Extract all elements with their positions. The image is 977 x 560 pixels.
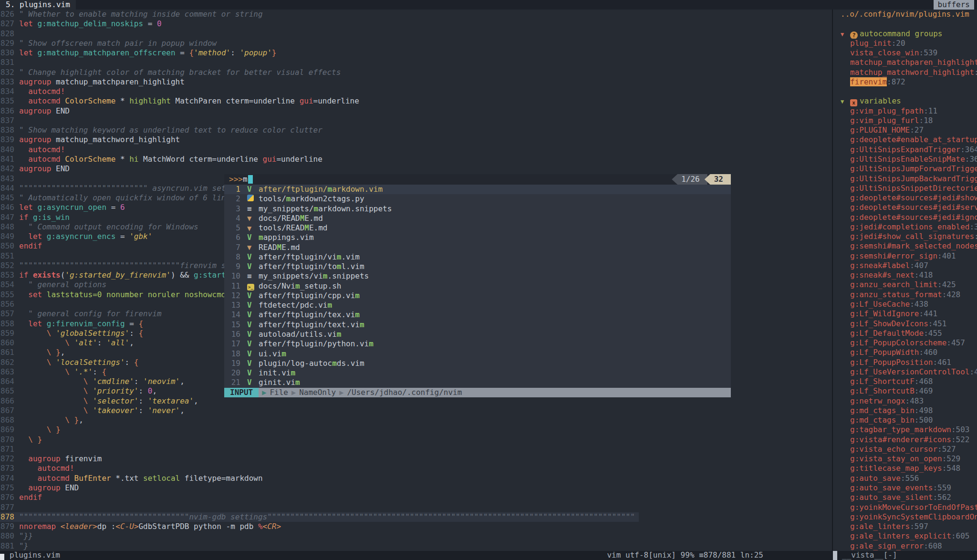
- code-line[interactable]: 829" Show offscreen match pair in popup …: [0, 39, 832, 48]
- file-list-item[interactable]: 8Vafter/ftplugin/vim.vim: [224, 252, 731, 262]
- file-list-item[interactable]: 1Vafter/ftplugin/markdown.vim: [224, 185, 731, 194]
- vista-tag-item[interactable]: g:Lf_ShortcutF:468: [841, 377, 977, 386]
- code-line[interactable]: 830let g:matchup_matchparen_offscreen = …: [0, 48, 832, 58]
- code-line[interactable]: 873 autocmd!: [0, 464, 832, 473]
- leaderf-prompt-bar[interactable]: >>> m 1/26 32: [224, 174, 731, 185]
- code-line[interactable]: 869 \ }: [0, 425, 832, 435]
- code-line[interactable]: 870 \ }: [0, 435, 832, 445]
- vista-tag-item[interactable]: g:ale_linters:597: [841, 522, 977, 531]
- vista-tag-item[interactable]: g:anzu_status_format:428: [841, 290, 977, 300]
- code-line[interactable]: 871: [0, 445, 832, 454]
- vista-tag-item[interactable]: g:Lf_WildIgnore:441: [841, 309, 977, 319]
- vista-tag-item[interactable]: g:Lf_PopupPosition:461: [841, 358, 977, 367]
- vista-tag-item[interactable]: g:deoplete#sources#jedi#serv: [841, 203, 977, 212]
- file-list-item[interactable]: 19Vplugin/log-autocmds.vim: [224, 359, 731, 368]
- file-list-item[interactable]: 7▼README.md: [224, 243, 731, 252]
- file-list-item[interactable]: 16Vautoload/utils.vim: [224, 330, 731, 339]
- file-list-item[interactable]: 21Vginit.vim: [224, 378, 731, 387]
- code-line[interactable]: 875 augroup END: [0, 483, 832, 493]
- vista-tag-item[interactable]: g:sneak#s_next:418: [841, 270, 977, 280]
- vista-tag-item[interactable]: firenvim:872: [841, 77, 977, 87]
- vista-tag-item[interactable]: g:Lf_PopupWidth:460: [841, 348, 977, 357]
- vista-tag-item[interactable]: g:Lf_UseCache:438: [841, 300, 977, 309]
- vista-tag-item[interactable]: g:ale_linters_explicit:605: [841, 531, 977, 541]
- vista-tag-item[interactable]: g:ale_sign_error:608: [841, 541, 977, 551]
- code-line[interactable]: 840 autocmd!: [0, 145, 832, 155]
- vista-tag-item[interactable]: g:auto_save_events:559: [841, 483, 977, 493]
- vista-tag-item[interactable]: g:deoplete#enable_at_startup: [841, 135, 977, 145]
- file-list-item[interactable]: 15Vafter/ftplugin/text.vim: [224, 320, 731, 330]
- file-list-item[interactable]: 6Vmappings.vim: [224, 233, 731, 242]
- vista-tag-item[interactable]: vista_close_win:539: [841, 48, 977, 58]
- code-line[interactable]: 868 \ },: [0, 415, 832, 425]
- vista-tag-item[interactable]: g:deoplete#sources#jedi#igno: [841, 213, 977, 222]
- vista-tag-item[interactable]: g:jedi#show_call_signatures:: [841, 232, 977, 241]
- vista-tag-item[interactable]: matchup_matchparen_highlight: [841, 58, 977, 67]
- vista-tag-item[interactable]: g:deoplete#sources#jedi#show: [841, 193, 977, 203]
- file-list-item[interactable]: 11>_docs/Nvim_setup.sh: [224, 281, 731, 291]
- vista-tag-item[interactable]: g:Lf_ShortcutB:469: [841, 386, 977, 396]
- code-line[interactable]: 832" Change highlight color of matching …: [0, 68, 832, 77]
- file-list-item[interactable]: 14Vafter/ftplugin/tex.vim: [224, 310, 731, 320]
- file-list-item[interactable]: 10≡my_snippets/vim.snippets: [224, 271, 731, 281]
- code-line[interactable]: 833augroup matchup_matchparen_highlight: [0, 77, 832, 87]
- vista-tag-item[interactable]: g:anzu_search_limit:425: [841, 280, 977, 290]
- vista-tag-item[interactable]: g:Lf_UseVersionControlTool:4: [841, 367, 977, 377]
- vista-tag-item[interactable]: g:netrw_nogx:483: [841, 396, 977, 406]
- vista-section-header-variables[interactable]: ▼xvariables: [841, 96, 977, 106]
- vista-tag-item[interactable]: g:Lf_PopupColorscheme:457: [841, 338, 977, 348]
- vista-tag-item[interactable]: g:UltiSnipsSnippetDirectorie: [841, 184, 977, 193]
- vista-tag-item[interactable]: g:UltiSnipsJumpBackwardTrigg: [841, 174, 977, 184]
- file-list-item[interactable]: 12Vafter/ftplugin/cpp.vim: [224, 291, 731, 301]
- code-line[interactable]: 841 autocmd ColorScheme * hi MatchWord c…: [0, 155, 832, 164]
- code-line[interactable]: 877: [0, 503, 832, 512]
- vista-tag-item[interactable]: g:UltiSnipsExpandTrigger:364: [841, 145, 977, 155]
- vista-tag-item[interactable]: g:vista#renderer#icons:522: [841, 435, 977, 445]
- vista-tag-item[interactable]: g:semshi#mark_selected_nodes: [841, 241, 977, 251]
- file-list-item[interactable]: 9Vafter/ftplugin/toml.vim: [224, 262, 731, 271]
- file-list-item[interactable]: 2tools/markdown2ctags.py: [224, 194, 731, 204]
- code-line[interactable]: 828: [0, 29, 832, 39]
- vista-tag-item[interactable]: g:UltiSnipsJumpForwardTrigge: [841, 164, 977, 174]
- code-line[interactable]: 867 \ 'takeover': 'never',: [0, 406, 832, 415]
- vista-tag-item[interactable]: g:jedi#completions_enabled:3: [841, 222, 977, 232]
- file-list-item[interactable]: 18Vui.vim: [224, 349, 731, 359]
- vista-tag-item[interactable]: g:yoinkSyncSystemClipboardOn: [841, 512, 977, 522]
- vista-tag-item[interactable]: g:sneak#label:407: [841, 261, 977, 270]
- code-line[interactable]: 831: [0, 58, 832, 67]
- statusline-split-separator[interactable]: [833, 551, 837, 560]
- vista-tag-item[interactable]: g:UltiSnipsEnableSnipMate:36: [841, 155, 977, 164]
- vista-tag-item[interactable]: g:vista_stay_on_open:529: [841, 454, 977, 464]
- vista-section-header-autocommands[interactable]: ▼?autocommand groups: [841, 29, 977, 39]
- tab-buffers[interactable]: buffers: [934, 0, 974, 10]
- tab-plugins-vim[interactable]: 5. plugins.vim: [0, 0, 76, 10]
- code-line[interactable]: 826" Whether to enable matching inside c…: [0, 10, 832, 19]
- vista-tag-item[interactable]: g:vim_plug_furl:18: [841, 116, 977, 125]
- code-line[interactable]: 837: [0, 116, 832, 125]
- vista-tag-item[interactable]: g:vista_echo_cursor:527: [841, 445, 977, 454]
- vista-tag-item[interactable]: g:auto_save:556: [841, 474, 977, 483]
- vista-tag-item[interactable]: g:titlecase_map_keys:548: [841, 464, 977, 473]
- code-line[interactable]: 880"}}: [0, 531, 832, 541]
- code-line[interactable]: 876endif: [0, 493, 832, 502]
- file-list-item[interactable]: 5▼tools/README.md: [224, 223, 731, 233]
- code-line[interactable]: 874 autocmd BufEnter *.txt setlocal file…: [0, 474, 832, 483]
- file-list-item[interactable]: 13Vftdetect/pdc.vim: [224, 301, 731, 310]
- code-line[interactable]: 836augroup END: [0, 106, 832, 116]
- collapse-caret-icon[interactable]: ▼: [841, 97, 850, 106]
- vista-tag-item[interactable]: g:Lf_DefaultMode:455: [841, 329, 977, 338]
- code-line[interactable]: 866 \ 'selector': 'textarea',: [0, 396, 832, 406]
- code-line[interactable]: 872 augroup firenvim: [0, 454, 832, 464]
- vista-tag-item[interactable]: g:auto_save_silent:562: [841, 493, 977, 502]
- code-line[interactable]: 834 autocmd!: [0, 87, 832, 96]
- code-line[interactable]: 827let g:matchup_delim_noskips = 0: [0, 19, 832, 29]
- code-line[interactable]: 835 autocmd ColorScheme * highlight Matc…: [0, 96, 832, 106]
- code-line[interactable]: 839augroup matchup_matchword_highlight: [0, 135, 832, 145]
- vista-tag-item[interactable]: g:yoinkMoveCursorToEndOfPast: [841, 503, 977, 512]
- code-line[interactable]: 881"}: [0, 541, 832, 551]
- file-list-item[interactable]: 3≡my_snippets/markdown.snippets: [224, 204, 731, 214]
- vista-tag-item[interactable]: matchup_matchword_highlight:: [841, 68, 977, 77]
- code-line[interactable]: 838" Show matching keyword as underlined…: [0, 125, 832, 135]
- vista-tag-item[interactable]: g:PLUGIN_HOME:27: [841, 125, 977, 135]
- vista-tag-item[interactable]: g:vim_plug_fpath:11: [841, 106, 977, 116]
